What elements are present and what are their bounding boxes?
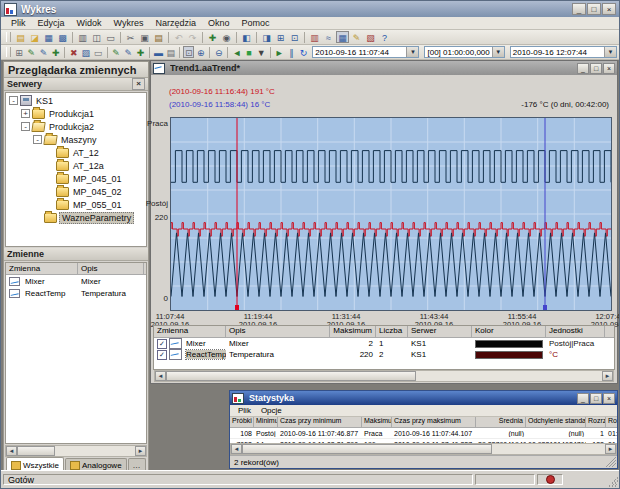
trend-maximize-button[interactable]: □ xyxy=(590,63,602,74)
zoom-select-icon[interactable]: ⊡ xyxy=(183,46,194,58)
variable-row[interactable]: MixerMixer xyxy=(6,275,146,287)
scroll-right-icon[interactable]: ► xyxy=(605,444,616,454)
pane-bottom-icon[interactable]: ◨ xyxy=(260,31,273,43)
scroll-thumb[interactable] xyxy=(242,444,492,454)
help-icon[interactable]: ? xyxy=(378,31,391,43)
stats-maximize-button[interactable]: □ xyxy=(590,393,602,404)
tag-pen-blue-icon[interactable]: ✎ xyxy=(38,46,49,58)
menu-item-edycja[interactable]: Edycja xyxy=(32,18,71,28)
column-header-próbki[interactable]: Próbki xyxy=(230,417,254,427)
toolbar-grip[interactable] xyxy=(6,32,11,42)
servers-close-icon[interactable]: × xyxy=(132,78,145,90)
tree-expander[interactable]: + xyxy=(21,109,30,118)
tag-pen-green-icon[interactable]: ✎ xyxy=(26,46,37,58)
column-header-kolor[interactable]: Kolor xyxy=(472,326,546,337)
menu-item-okno[interactable]: Okno xyxy=(202,18,236,28)
stats-minimize-button[interactable]: _ xyxy=(577,393,589,404)
snapshot-icon[interactable]: ◉ xyxy=(220,31,233,43)
column-header-opis[interactable]: Opis xyxy=(226,326,330,337)
open-icon[interactable]: ◪ xyxy=(28,31,41,43)
paste-icon[interactable]: ▤ xyxy=(152,31,165,43)
tree-item-produkcja1[interactable]: +Produkcja1 xyxy=(6,107,146,120)
pen-checkbox[interactable]: ✓ xyxy=(157,350,167,360)
chart-bars-icon[interactable]: ▥ xyxy=(308,31,321,43)
tree-item-maszyny[interactable]: -Maszyny xyxy=(6,133,146,146)
stats-menu-opcje[interactable]: Opcje xyxy=(256,406,287,415)
column-header-średnia[interactable]: Średnia xyxy=(476,417,526,427)
column-header-rozpiętość[interactable]: Rozpiętość xyxy=(606,417,617,427)
stats-hscrollbar[interactable]: ◄ ► xyxy=(230,443,617,455)
refresh-icon[interactable]: ↻ xyxy=(298,46,309,58)
print-icon[interactable]: ▥ xyxy=(76,31,89,43)
column-header-jednostki[interactable]: Jednostki xyxy=(546,326,605,337)
close-button[interactable]: × xyxy=(602,3,616,15)
save-all-icon[interactable]: ▩ xyxy=(56,31,69,43)
trend-plot-area[interactable] xyxy=(170,117,612,311)
ruler-icon[interactable]: ▭ xyxy=(92,46,103,58)
new-icon[interactable]: ▤ xyxy=(14,31,27,43)
column-header-zmienna[interactable]: Zmienna xyxy=(154,326,226,337)
live-mode-icon[interactable]: ■ xyxy=(243,46,254,58)
tree-item-mp_055_01[interactable]: MP_055_01 xyxy=(6,198,146,211)
trend-hscrollbar[interactable]: ◄ ► xyxy=(154,370,614,382)
column-header-rozrzut[interactable]: Rozrzut xyxy=(586,417,606,427)
tree-item-wazneparametry[interactable]: WazneParametry xyxy=(6,211,146,224)
resize-grip[interactable] xyxy=(606,457,616,467)
pen-row[interactable]: ✓MixerMixer21KS1Postój|Praca xyxy=(154,338,614,349)
tree-item-produkcja2[interactable]: -Produkcja2 xyxy=(6,120,146,133)
menu-item-plik[interactable]: Plik xyxy=(5,18,32,28)
scroll-right-icon[interactable]: ► xyxy=(602,371,613,381)
pause-icon[interactable]: ∥ xyxy=(286,46,297,58)
tree-expander[interactable]: - xyxy=(33,135,42,144)
pane-single-icon[interactable]: ⊡ xyxy=(288,31,301,43)
scroll-thumb[interactable] xyxy=(17,446,55,456)
zoom-in-icon[interactable]: ⊕ xyxy=(195,46,206,58)
column-header-opis[interactable]: Opis xyxy=(78,263,144,274)
tree-item-at_12a[interactable]: AT_12a xyxy=(6,159,146,172)
tag-remove-icon[interactable]: ✖ xyxy=(68,46,79,58)
trend-minimize-button[interactable]: _ xyxy=(577,63,589,74)
auto-scale-icon[interactable]: ▤ xyxy=(165,46,176,58)
column-header-maksimum[interactable]: Maksimum xyxy=(330,326,376,337)
duration-picker[interactable]: [00] 01:00:00,000▼ xyxy=(424,46,504,58)
alarm-bell-icon[interactable] xyxy=(546,475,555,484)
pen-checkbox[interactable]: ✓ xyxy=(157,339,167,349)
menu-item-wykres[interactable]: Wykres xyxy=(108,18,150,28)
tab-analogowe[interactable]: Analogowe xyxy=(65,458,127,470)
column-header-serwer[interactable]: Serwer xyxy=(408,326,472,337)
end-time-picker[interactable]: 2010-09-16 12:07:44▼ xyxy=(510,46,617,58)
maximize-button[interactable]: □ xyxy=(587,3,601,15)
tree-item-mp_045_01[interactable]: MP_045_01 xyxy=(6,172,146,185)
scroll-left-icon[interactable]: ◄ xyxy=(231,444,242,454)
cut-icon[interactable]: ✂ xyxy=(124,31,137,43)
palette-icon[interactable]: ▧ xyxy=(364,31,377,43)
chart-line-icon[interactable]: ≈ xyxy=(322,31,335,43)
column-header-czas-przy-minimum[interactable]: Czas przy minimum xyxy=(278,417,362,427)
stats-close-button[interactable]: × xyxy=(603,393,615,404)
menu-item-pomoc[interactable]: Pomoc xyxy=(236,18,276,28)
step-back-icon[interactable]: ◄ xyxy=(231,46,242,58)
chevron-down-icon[interactable]: ▼ xyxy=(604,47,616,57)
minimize-button[interactable]: _ xyxy=(572,3,586,15)
print-preview-icon[interactable]: ◫ xyxy=(90,31,103,43)
tree-expander[interactable]: - xyxy=(9,96,18,105)
pen-style-icon[interactable]: ✎ xyxy=(110,46,121,58)
toolbar-grip[interactable] xyxy=(6,47,11,57)
column-header-maksimum[interactable]: Maksimum xyxy=(362,417,392,427)
stats-row[interactable]: 108Postój2010-09-16 11:07:46.877Praca201… xyxy=(230,428,617,439)
pen-row[interactable]: ✓ReactTempTemperatura2202KS1°C xyxy=(154,349,614,360)
scroll-right-icon[interactable]: ► xyxy=(135,446,146,456)
annotate-icon[interactable]: ▨ xyxy=(80,46,91,58)
grid-toggle-icon[interactable]: ⊞ xyxy=(14,46,25,58)
column-header-odchylenie-standardowe[interactable]: Odchylenie standardowe xyxy=(526,417,586,427)
page-setup-icon[interactable]: ▭ xyxy=(104,31,117,43)
browser-hscrollbar[interactable]: ◄ ► xyxy=(5,445,147,457)
scroll-left-icon[interactable]: ◄ xyxy=(155,371,166,381)
tree-item-ks1[interactable]: -KS1 xyxy=(6,94,146,107)
main-resize-grip[interactable] xyxy=(608,477,618,487)
save-icon[interactable]: ▦ xyxy=(42,31,55,43)
scroll-left-icon[interactable]: ◄ xyxy=(6,446,17,456)
scale-down-icon[interactable]: ▬ xyxy=(153,46,164,58)
variable-row[interactable]: ReactTempTemperatura xyxy=(6,287,146,299)
chevron-down-icon[interactable]: ▼ xyxy=(492,47,504,57)
